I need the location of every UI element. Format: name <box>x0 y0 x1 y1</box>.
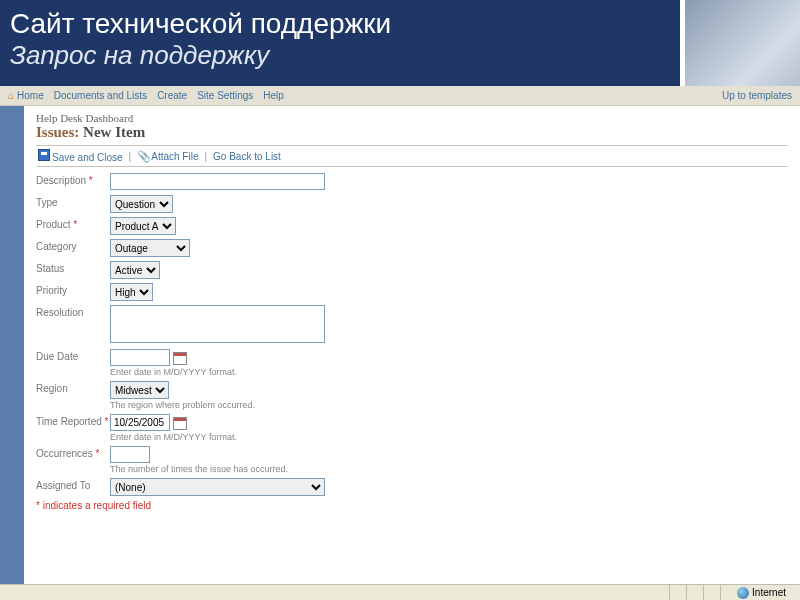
label-region: Region <box>36 381 110 394</box>
home-icon: ⌂ <box>8 90 14 101</box>
save-icon <box>38 149 50 161</box>
status-bar: Internet <box>0 584 800 600</box>
label-description: Description <box>36 175 86 186</box>
due-date-input[interactable] <box>110 349 170 366</box>
label-resolution: Resolution <box>36 305 110 318</box>
save-close-button[interactable]: Save and Close <box>38 149 123 163</box>
attach-file-button[interactable]: 📎Attach File <box>137 150 198 163</box>
product-select[interactable]: Product A <box>110 217 176 235</box>
slide-title: Сайт технической поддержки <box>10 8 790 40</box>
label-priority: Priority <box>36 283 110 296</box>
command-bar: Save and Close | 📎Attach File | Go Back … <box>36 145 788 167</box>
hint-time-reported: Enter date in M/D/YYYY format. <box>110 432 788 442</box>
nav-up[interactable]: Up to templates <box>722 90 792 101</box>
label-type: Type <box>36 195 110 208</box>
page-title: Issues: New Item <box>36 124 788 141</box>
nav-help[interactable]: Help <box>263 90 284 101</box>
nav-docs[interactable]: Documents and Lists <box>54 90 147 101</box>
label-time-reported: Time Reported <box>36 416 102 427</box>
nav-home[interactable]: Home <box>17 90 44 101</box>
globe-icon <box>737 587 749 599</box>
nav-settings[interactable]: Site Settings <box>197 90 253 101</box>
label-assigned: Assigned To <box>36 478 110 491</box>
nav-create[interactable]: Create <box>157 90 187 101</box>
label-category: Category <box>36 239 110 252</box>
go-back-list-button[interactable]: Go Back to List <box>213 151 281 162</box>
region-select[interactable]: Midwest <box>110 381 169 399</box>
type-select[interactable]: Question <box>110 195 173 213</box>
priority-select[interactable]: High <box>110 283 153 301</box>
required-note: * indicates a required field <box>36 500 788 511</box>
hint-occurrences: The number of times the issue has occurr… <box>110 464 788 474</box>
label-occurrences: Occurrences <box>36 448 93 459</box>
content-area: Help Desk Dashboard Issues: New Item Sav… <box>0 106 800 584</box>
label-product: Product <box>36 219 70 230</box>
calendar-icon[interactable] <box>173 352 187 365</box>
occurrences-input[interactable] <box>110 446 150 463</box>
assigned-select[interactable]: (None) <box>110 478 325 496</box>
zone-internet: Internet <box>737 587 796 599</box>
paperclip-icon: 📎 <box>137 150 151 162</box>
left-nav-column <box>0 106 24 584</box>
dashboard-title: Help Desk Dashboard <box>36 112 788 124</box>
label-status: Status <box>36 261 110 274</box>
time-reported-input[interactable] <box>110 414 170 431</box>
form: Description * TypeQuestion Product *Prod… <box>36 173 788 511</box>
category-select[interactable]: Outage <box>110 239 190 257</box>
status-select[interactable]: Active <box>110 261 160 279</box>
hint-due: Enter date in M/D/YYYY format. <box>110 367 788 377</box>
description-input[interactable] <box>110 173 325 190</box>
main-column: Help Desk Dashboard Issues: New Item Sav… <box>24 106 800 584</box>
calendar-icon[interactable] <box>173 417 187 430</box>
resolution-textarea[interactable] <box>110 305 325 343</box>
slide-subtitle: Запрос на поддержку <box>10 40 790 71</box>
hint-region: The region where problem occurred. <box>110 400 788 410</box>
site-nav-bar: ⌂ Home Documents and Lists Create Site S… <box>0 86 800 106</box>
label-due: Due Date <box>36 349 110 362</box>
